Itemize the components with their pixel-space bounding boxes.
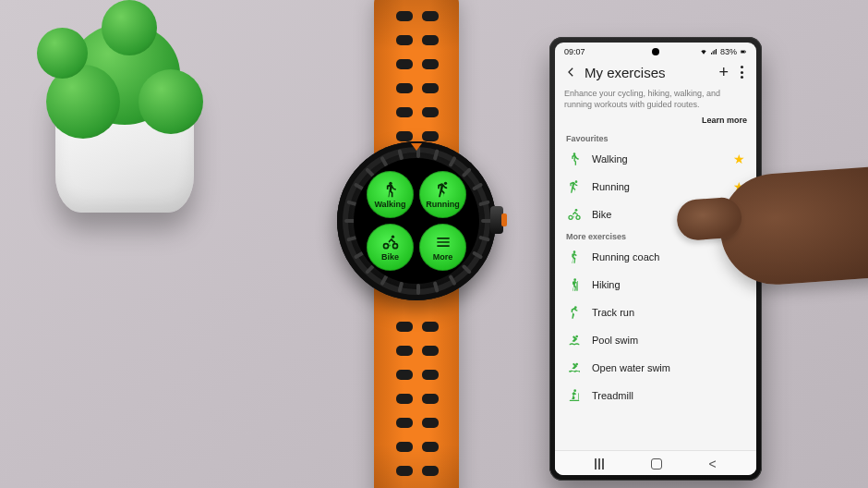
- svg-rect-6: [741, 51, 745, 53]
- svg-point-11: [576, 216, 580, 220]
- svg-point-17: [575, 336, 578, 338]
- android-nav-bar: <: [555, 450, 756, 475]
- svg-point-14: [573, 279, 576, 282]
- watch-app-label: Walking: [374, 200, 405, 209]
- svg-point-13: [573, 251, 576, 254]
- add-button[interactable]: +: [718, 64, 729, 80]
- exercise-row-track-run[interactable]: Track run: [555, 299, 756, 326]
- watch-body: Walking Running Bike More: [337, 141, 496, 300]
- watch-face: Walking Running Bike More: [354, 158, 479, 284]
- svg-rect-21: [578, 394, 579, 400]
- watch-crown[interactable]: [490, 206, 503, 234]
- exercise-label: Running coach: [592, 251, 745, 262]
- svg-point-19: [573, 390, 576, 393]
- page-title: My exercises: [585, 65, 711, 80]
- learn-more-link[interactable]: Learn more: [564, 116, 747, 125]
- walk-icon: [381, 180, 400, 199]
- status-battery: 83%: [720, 47, 737, 56]
- run-icon: [566, 178, 583, 195]
- exercise-label: Open water swim: [592, 362, 745, 373]
- bezel-marker-icon: [411, 143, 422, 151]
- svg-point-12: [575, 209, 578, 212]
- watch-app-running[interactable]: Running: [419, 171, 466, 218]
- overflow-menu-icon[interactable]: [736, 66, 747, 79]
- exercise-row-running[interactable]: Running★: [555, 173, 756, 201]
- track-icon: [566, 304, 583, 321]
- watch-app-label: Running: [426, 200, 460, 209]
- exercise-row-walking[interactable]: Walking★: [555, 145, 756, 173]
- battery-icon: [740, 48, 747, 55]
- svg-rect-7: [745, 51, 746, 52]
- watch-app-more[interactable]: More: [419, 224, 466, 271]
- exercise-row-treadmill[interactable]: Treadmill: [555, 382, 756, 409]
- exercise-row-pool-swim[interactable]: Pool swim: [555, 326, 756, 354]
- watch-app-walking[interactable]: Walking: [367, 171, 414, 218]
- open-swim-icon: [566, 360, 583, 376]
- nav-home-button[interactable]: [651, 458, 662, 470]
- favourite-star-icon[interactable]: ★: [733, 152, 745, 166]
- hike-icon: [566, 276, 583, 293]
- watch-app-bike[interactable]: Bike: [367, 224, 414, 271]
- section-favourites: Favourites: [555, 130, 756, 145]
- svg-point-4: [391, 236, 393, 238]
- svg-point-1: [443, 182, 446, 185]
- watch-app-label: Bike: [381, 252, 399, 262]
- exercise-row-hiking[interactable]: Hiking: [555, 271, 756, 299]
- exercise-label: Running: [592, 181, 724, 192]
- run-icon: [434, 180, 452, 199]
- status-time: 09:07: [564, 47, 585, 56]
- coach-icon: [566, 249, 583, 265]
- more-icon: [434, 233, 452, 251]
- exercise-label: Track run: [592, 307, 745, 318]
- svg-rect-20: [570, 400, 580, 401]
- app-bar: My exercises +: [555, 58, 756, 84]
- wifi-icon: [700, 48, 707, 55]
- walk-icon: [566, 151, 583, 167]
- back-icon[interactable]: [564, 66, 577, 79]
- more-exercises-list: Running coachHikingTrack runPool swimOpe…: [555, 243, 756, 409]
- svg-point-9: [575, 181, 578, 184]
- smartwatch: Walking Running Bike More: [328, 0, 503, 488]
- nav-back-button[interactable]: <: [708, 457, 716, 471]
- guided-routes-info: Enhance your cycling, hiking, walking, a…: [564, 88, 747, 110]
- nav-recents-button[interactable]: [595, 458, 604, 470]
- svg-point-3: [392, 244, 397, 249]
- bike-icon: [381, 233, 400, 251]
- exercise-label: Hiking: [592, 279, 745, 290]
- plant-pot: [55, 83, 194, 213]
- svg-rect-15: [577, 281, 578, 291]
- signal-icon: [710, 48, 717, 55]
- bike-icon: [566, 206, 583, 223]
- phone-screen: 09:07 83% My exercises + Enhance your cy…: [555, 43, 756, 475]
- exercise-row-open-water-swim[interactable]: Open water swim: [555, 354, 756, 382]
- watch-app-label: More: [433, 252, 453, 262]
- exercise-label: Pool swim: [592, 335, 745, 346]
- treadmill-icon: [566, 387, 583, 404]
- camera-punch-hole: [652, 48, 659, 55]
- svg-point-10: [569, 216, 573, 220]
- svg-point-2: [383, 244, 388, 249]
- exercise-label: Treadmill: [592, 390, 745, 401]
- exercise-label: Walking: [592, 153, 724, 165]
- swim-icon: [566, 332, 583, 348]
